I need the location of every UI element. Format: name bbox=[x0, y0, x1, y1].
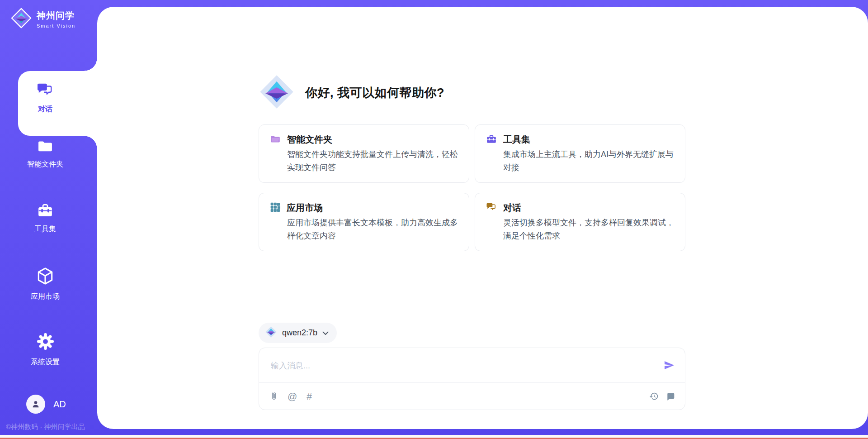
folder-icon bbox=[270, 134, 281, 145]
chat-icon bbox=[486, 202, 497, 214]
message-input[interactable] bbox=[270, 354, 653, 377]
sidebar-item-label: 应用市场 bbox=[31, 292, 60, 301]
chevron-down-icon bbox=[322, 329, 329, 337]
history-icon[interactable] bbox=[649, 391, 659, 401]
sidebar-item-label: 工具集 bbox=[34, 224, 56, 234]
user-account[interactable]: AD bbox=[26, 395, 66, 414]
greeting-title: 你好, 我可以如何帮助你? bbox=[305, 85, 444, 101]
brand: 神州问学 Smart Vision bbox=[11, 8, 75, 30]
tab-fillet-top bbox=[85, 58, 97, 71]
sidebar: 神州问学 Smart Vision 对话 智能文件夹 bbox=[0, 0, 97, 439]
cube-icon bbox=[37, 267, 54, 287]
assistant-diamond-logo-icon bbox=[259, 74, 295, 112]
feature-cards: 智能文件夹 智能文件夹功能支持批量文件上传与清洗，轻松实现文件问答 bbox=[259, 124, 685, 251]
card-description: 应用市场提供丰富长文本模板，助力高效生成多样化文章内容 bbox=[270, 216, 458, 243]
app-subtitle: Smart Vision bbox=[37, 23, 75, 29]
card-smart-folder[interactable]: 智能文件夹 智能文件夹功能支持批量文件上传与清洗，轻松实现文件问答 bbox=[259, 124, 469, 183]
card-title: 工具集 bbox=[503, 134, 530, 146]
card-toolset[interactable]: 工具集 集成市场上主流工具，助力AI与外界无缝扩展与对接 bbox=[475, 124, 685, 183]
sidebar-item-label: 智能文件夹 bbox=[27, 160, 63, 169]
toolbox-icon bbox=[486, 134, 497, 146]
card-title: 智能文件夹 bbox=[287, 134, 332, 146]
copyright-text: ©神州数码 · 神州问学出品 bbox=[6, 423, 85, 431]
chat-bubble-icon[interactable] bbox=[666, 392, 675, 401]
grid-icon bbox=[270, 202, 280, 214]
sidebar-item-label: 对话 bbox=[38, 105, 52, 114]
sidebar-item-label: 系统设置 bbox=[31, 358, 60, 367]
app-title: 神州问学 bbox=[37, 10, 75, 22]
card-chat[interactable]: 对话 灵活切换多模型文件，支持多样回复效果调试，满足个性化需求 bbox=[475, 193, 685, 251]
brand-text: 神州问学 Smart Vision bbox=[37, 10, 75, 29]
model-name-label: qwen2:7b bbox=[282, 328, 317, 338]
model-selector[interactable]: qwen2:7b bbox=[259, 323, 337, 343]
chat-icon bbox=[37, 82, 54, 100]
card-app-market[interactable]: 应用市场 应用市场提供丰富长文本模板，助力高效生成多样化文章内容 bbox=[259, 193, 469, 251]
mention-at-icon[interactable]: @ bbox=[288, 391, 297, 401]
main-panel: 你好, 我可以如何帮助你? 智能文件夹 智能文件夹功能支持批量文件上传与清洗，轻… bbox=[97, 7, 868, 429]
folder-icon bbox=[37, 138, 54, 155]
attachment-paperclip-icon[interactable] bbox=[270, 391, 278, 402]
card-title: 应用市场 bbox=[287, 202, 323, 214]
greeting: 你好, 我可以如何帮助你? bbox=[259, 74, 444, 112]
user-name-label: AD bbox=[53, 399, 66, 410]
sidebar-item-chat[interactable]: 对话 bbox=[0, 82, 90, 114]
model-diamond-logo-icon bbox=[265, 326, 277, 340]
send-icon[interactable] bbox=[663, 360, 675, 372]
sidebar-item-settings[interactable]: 系统设置 bbox=[0, 332, 90, 367]
card-description: 集成市场上主流工具，助力AI与外界无缝扩展与对接 bbox=[486, 148, 674, 174]
message-composer: @ # bbox=[259, 348, 685, 410]
app-window: 神州问学 Smart Vision 对话 智能文件夹 bbox=[0, 0, 868, 439]
sidebar-item-app-market[interactable]: 应用市场 bbox=[0, 267, 90, 301]
sidebar-item-smart-folder[interactable]: 智能文件夹 bbox=[0, 138, 90, 169]
gear-icon bbox=[36, 332, 55, 353]
card-description: 灵活切换多模型文件，支持多样回复效果调试，满足个性化需求 bbox=[486, 216, 674, 243]
brand-diamond-logo-icon bbox=[11, 8, 32, 30]
toolbox-icon bbox=[37, 203, 53, 220]
composer-toolbar: @ # bbox=[270, 383, 675, 410]
avatar bbox=[26, 395, 45, 414]
sidebar-item-toolset[interactable]: 工具集 bbox=[0, 203, 90, 234]
hashtag-icon[interactable]: # bbox=[307, 391, 312, 401]
card-description: 智能文件夹功能支持批量文件上传与清洗，轻松实现文件问答 bbox=[270, 148, 458, 174]
card-title: 对话 bbox=[503, 202, 521, 214]
